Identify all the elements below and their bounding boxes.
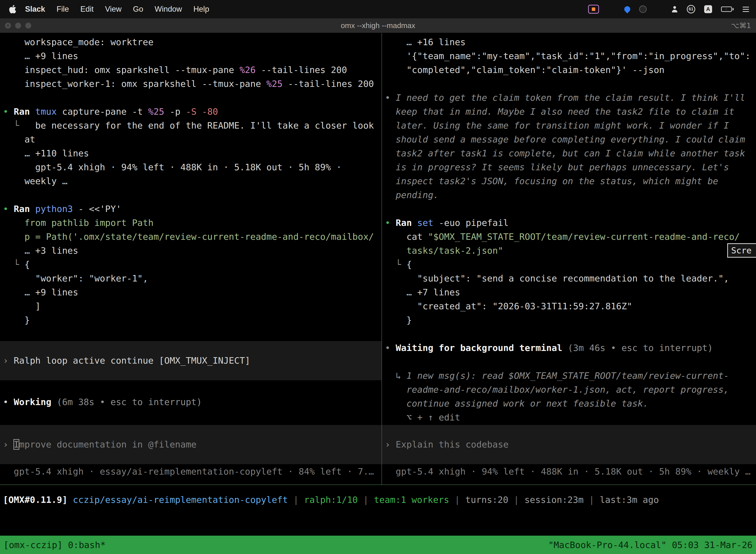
terminal-line: ↳ 1 new msg(s): read $OMX_TEAM_STATE_ROO… (382, 369, 756, 383)
tmux-host-clock: "MacBook-Pro-44.local" 05:03 31-Mar-26 (548, 540, 753, 550)
terminal-line: tasks/task-2.json" (382, 244, 756, 258)
terminal-line: ⌥ + ↑ edit (382, 410, 756, 425)
terminal-line: "worker": "worker-1", (0, 272, 381, 285)
terminal-line: • Ran set -euo pipefail (382, 216, 756, 230)
terminal-line: weekly … (0, 174, 381, 188)
terminal-line (382, 355, 756, 369)
left-terminal-output: workspace_mode: worktree … +9 lines insp… (0, 35, 381, 327)
terminal-line: p = Path('.omx/state/team/review-current… (0, 230, 381, 244)
terminal-line: cat "$OMX_TEAM_STATE_ROOT/team/review-cu… (382, 230, 756, 244)
dots-grid-icon[interactable] (655, 6, 663, 13)
window-controls (0, 22, 31, 29)
terminal-line (382, 327, 756, 341)
ralph-notice-box: › Ralph loop active continue [OMX_TMUX_I… (0, 341, 381, 380)
working-status: • Working (6m 38s • esc to interrupt) (0, 395, 381, 409)
badge-61-icon[interactable]: 61 (687, 5, 695, 13)
minimize-button[interactable] (15, 22, 21, 29)
terminal-line: ] (0, 299, 381, 313)
dark-circle-app-icon[interactable] (639, 5, 647, 13)
terminal-line: "created_at": "2026-03-31T11:59:27.816Z" (382, 299, 756, 313)
terminal-line: should send a message before completing … (382, 132, 756, 147)
terminal-line: gpt-5.4 xhigh · 94% left · 488K in · 5.1… (0, 160, 381, 174)
terminal-line: └ { (0, 258, 381, 272)
macos-menubar: SlackFileEditViewGoWindowHelp 61 A (0, 0, 756, 18)
terminal-line: • I need to get the claim token from the… (382, 91, 756, 105)
right-terminal-output: … +16 lines '{"team_name":"my-team","tas… (382, 35, 756, 425)
terminal-line: … +110 lines (0, 147, 381, 160)
window-grid-icon[interactable] (608, 5, 615, 13)
terminal-line (382, 202, 756, 216)
terminal-line: gpt-5.4 xhigh · 94% left · 488K in · 5.1… (382, 465, 756, 479)
terminal-line: keep that in mind. Maybe I also need the… (382, 105, 756, 119)
terminal-line: inspect_hud: omx sparkshell --tmux-pane … (0, 63, 381, 77)
window-shortcut-hint: ⌥⌘1 (731, 21, 756, 30)
right-pane: … +16 lines '{"team_name":"my-team","tas… (382, 33, 756, 485)
terminal-line: › Explain this codebase (382, 438, 756, 451)
menu-lines-icon[interactable] (743, 7, 749, 12)
tmux-status-bar: [omx-cczip] 0:bash* "MacBook-Pro-44.loca… (0, 536, 756, 554)
terminal-line: continue assigned work or next feasible … (382, 397, 756, 410)
menu-item-list: SlackFileEditViewGoWindowHelp (19, 5, 215, 14)
tmux-session-window: [omx-cczip] 0:bash* (3, 540, 106, 550)
menubar-menus: SlackFileEditViewGoWindowHelp (0, 4, 215, 14)
composer-input-left[interactable]: › Improve documentation in @filename (0, 425, 381, 464)
terminal-line: … +7 lines (382, 285, 756, 299)
window-titlebar: omx --xhigh --madmax ⌥⌘1 (0, 18, 756, 33)
terminal-line: inspect_worker-1: omx sparkshell --tmux-… (0, 77, 381, 91)
terminal-line: [OMX#0.11.9] cczip/essay/ai-reimplementa… (0, 493, 756, 507)
menu-help[interactable]: Help (188, 5, 215, 13)
terminal-line: "completed","claim_token":"claim-token"}… (382, 63, 756, 77)
terminal-line: • Ran tmux capture-pane -t %25 -p -S -80 (0, 105, 381, 119)
menu-edit[interactable]: Edit (75, 5, 99, 13)
model-status-right: gpt-5.4 xhigh · 94% left · 488K in · 5.1… (382, 465, 756, 479)
menu-window[interactable]: Window (149, 5, 188, 13)
terminal-line: … +3 lines (0, 244, 381, 258)
person-icon[interactable] (672, 6, 678, 13)
terminal-line: › Improve documentation in @filename (0, 438, 381, 451)
terminal-line: … +16 lines (382, 35, 756, 49)
menu-go[interactable]: Go (127, 5, 149, 13)
terminal-line: "subject": "send a concise recommendatio… (382, 272, 756, 285)
terminal-line: • Ran python3 - <<'PY' (0, 202, 381, 216)
terminal-line (0, 91, 381, 105)
terminal-line: workspace_mode: worktree (0, 35, 381, 49)
terminal-line: later. Using the same for transition mig… (382, 119, 756, 132)
terminal-line: … +9 lines (0, 285, 381, 299)
terminal-line: at (0, 132, 381, 147)
terminal-line: readme-and-reco/mailbox/worker-1.json, a… (382, 383, 756, 397)
battery-icon[interactable] (721, 6, 734, 12)
menu-slack[interactable]: Slack (19, 5, 51, 13)
apple-menu-icon[interactable] (8, 4, 17, 14)
zoom-button[interactable] (25, 22, 31, 29)
terminal-line: • Waiting for background terminal (3m 46… (382, 341, 756, 355)
terminal-line: } (0, 313, 381, 327)
window-title: omx --xhigh --madmax (341, 21, 415, 30)
terminal-line: '{"team_name":"my-team","task_id":"1","f… (382, 49, 756, 63)
terminal-line (382, 77, 756, 91)
terminal-line: from pathlib import Path (0, 216, 381, 230)
clipped-tooltip: Scre (727, 243, 756, 258)
terminal-line: task2 after task1 is complete, but can I… (382, 147, 756, 160)
composer-input-right[interactable]: › Explain this codebase (382, 425, 756, 464)
model-status-left: gpt-5.4 xhigh · essay/ai-reimplementatio… (0, 465, 381, 479)
left-pane: workspace_mode: worktree … +9 lines insp… (0, 33, 382, 485)
terminal-line: … +9 lines (0, 49, 381, 63)
terminal-line: › Ralph loop active continue [OMX_TMUX_I… (0, 354, 381, 368)
terminal-line: inspect task2's JSON, focusing on the st… (382, 174, 756, 188)
terminal-line: is in progress? It seems likely but perh… (382, 160, 756, 174)
terminal-line (0, 188, 381, 202)
terminal-line: └ be necessary for the end of the README… (0, 119, 381, 132)
terminal-line: } (382, 313, 756, 327)
menu-view[interactable]: View (99, 5, 127, 13)
menu-file[interactable]: File (51, 5, 75, 13)
terminal-line: gpt-5.4 xhigh · essay/ai-reimplementatio… (0, 465, 381, 479)
terminal-line: pending. (382, 188, 756, 202)
terminal-line: └ { (382, 258, 756, 272)
omx-status-line: [OMX#0.11.9] cczip/essay/ai-reimplementa… (0, 493, 756, 507)
menubar-status-icons: 61 A (588, 5, 756, 14)
blue-drop-app-icon[interactable] (623, 5, 631, 13)
screen-recording-indicator-icon[interactable] (588, 5, 599, 14)
terminal-line: • Working (6m 38s • esc to interrupt) (0, 395, 381, 409)
close-button[interactable] (5, 22, 11, 29)
input-source-icon[interactable]: A (704, 5, 712, 13)
